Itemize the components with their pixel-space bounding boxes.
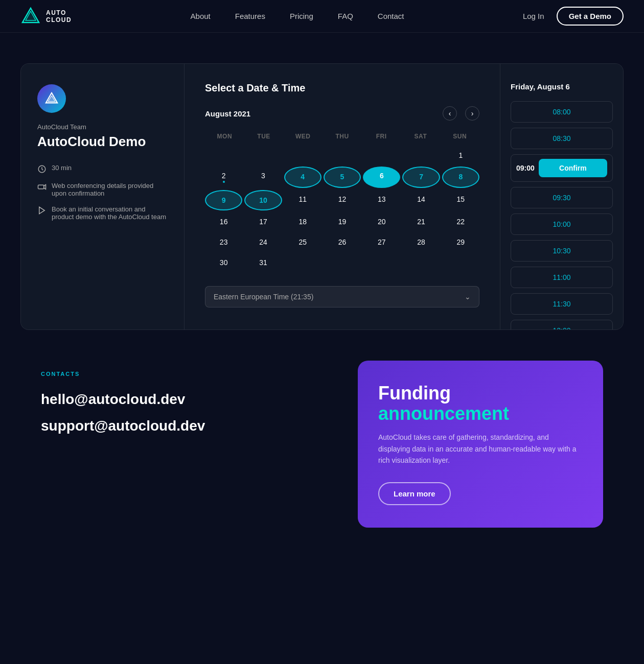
calendar-day[interactable]: 1	[442, 146, 479, 164]
nav-link-features[interactable]: Features	[235, 12, 265, 20]
time-slot[interactable]: 12:00	[511, 320, 613, 329]
calendar-day[interactable]: 17	[244, 212, 282, 231]
calendar-day[interactable]: 20	[363, 212, 400, 231]
calendar-day[interactable]: 31	[244, 253, 282, 272]
time-slot[interactable]: 10:00	[511, 214, 613, 235]
timezone-label: Eastern European Time (21:35)	[214, 293, 313, 301]
calendar-day[interactable]: 6	[363, 167, 400, 188]
calendar-day	[324, 146, 361, 164]
time-slot[interactable]: 08:30	[511, 128, 613, 149]
calendar-day[interactable]: 2	[205, 167, 242, 188]
nav-link-faq[interactable]: FAQ	[338, 12, 353, 20]
time-slot[interactable]: 11:30	[511, 293, 613, 315]
calendar-day[interactable]: 26	[324, 233, 361, 251]
day-header-sat: SAT	[401, 131, 441, 142]
meta-web-conf: Web conferencing details provided upon c…	[37, 182, 168, 197]
demo-title: AutoCloud Demo	[37, 134, 168, 150]
nav-actions: Log In Get a Demo	[523, 7, 624, 26]
logo[interactable]: AUTO CLOUD	[20, 6, 72, 27]
calendar-day[interactable]: 19	[324, 212, 361, 231]
calendar-day[interactable]: 16	[205, 212, 242, 231]
nav-link-contact[interactable]: Contact	[378, 12, 404, 20]
contacts-label: CONTACTS	[41, 371, 337, 377]
calendar-day[interactable]: 27	[363, 233, 400, 251]
calendar-day[interactable]: 12	[324, 190, 361, 210]
day-header-mon: MON	[205, 131, 244, 142]
calendar-day[interactable]: 4	[284, 167, 321, 188]
calendar-day	[244, 146, 282, 164]
time-slot-label: 09:00	[516, 164, 535, 172]
calendar-day[interactable]: 7	[402, 167, 440, 188]
login-link[interactable]: Log In	[523, 12, 544, 20]
confirm-button[interactable]: Confirm	[539, 159, 607, 177]
calendar-day[interactable]: 15	[442, 190, 479, 210]
time-panel-title: Friday, August 6	[511, 82, 613, 91]
calendar-day[interactable]: 28	[402, 233, 440, 251]
day-header-wed: WED	[283, 131, 323, 142]
calendar-day	[205, 146, 242, 164]
calendar-grid: MON TUE WED THU FRI SAT SUN 123456789101…	[205, 131, 479, 272]
meta-description: Book an initial conversation and product…	[37, 205, 168, 221]
funding-title-line2: announcement	[378, 403, 509, 424]
calendar-day[interactable]: 8	[442, 167, 479, 188]
next-month-button[interactable]: ›	[465, 106, 479, 121]
calendar-section-title: Select a Date & Time	[205, 82, 479, 94]
main-content: AutoCloud Team AutoCloud Demo 30 min Web…	[0, 33, 644, 568]
calendar-day[interactable]: 11	[284, 190, 321, 210]
play-icon	[37, 206, 47, 215]
calendar-day[interactable]: 24	[244, 233, 282, 251]
learn-more-button[interactable]: Learn more	[378, 482, 451, 505]
calendar-day[interactable]: 21	[402, 212, 440, 231]
get-demo-button[interactable]: Get a Demo	[557, 7, 624, 26]
calendar-day[interactable]: 22	[442, 212, 479, 231]
contact-email-1[interactable]: hello@autocloud.dev	[41, 391, 337, 408]
contact-email-2[interactable]: support@autocloud.dev	[41, 418, 337, 434]
svg-marker-1	[26, 11, 36, 20]
calendar-day[interactable]: 3	[244, 167, 282, 188]
booking-middle-panel: Select a Date & Time August 2021 ‹ › MON…	[185, 64, 500, 329]
team-avatar	[37, 84, 66, 113]
nav-link-pricing[interactable]: Pricing	[290, 12, 313, 20]
calendar-day[interactable]: 14	[402, 190, 440, 210]
day-header-tue: TUE	[244, 131, 284, 142]
time-slots-list: 08:0008:3009:00Confirm09:3010:0010:3011:…	[511, 101, 613, 329]
contacts-section: CONTACTS hello@autocloud.dev support@aut…	[41, 361, 337, 444]
timezone-selector[interactable]: Eastern European Time (21:35) ⌄	[205, 286, 479, 307]
funding-title-line1: Funding	[378, 383, 451, 404]
calendar-day[interactable]: 18	[284, 212, 321, 231]
time-slot[interactable]: 11:00	[511, 267, 613, 288]
calendar-day[interactable]: 13	[363, 190, 400, 210]
nav-link-about[interactable]: About	[191, 12, 211, 20]
calendar-day[interactable]: 30	[205, 253, 242, 272]
funding-card: Funding announcement AutoCloud takes car…	[358, 361, 603, 528]
calendar-day[interactable]: 29	[442, 233, 479, 251]
time-slot[interactable]: 09:00Confirm	[511, 154, 613, 182]
calendar-header: MON TUE WED THU FRI SAT SUN	[205, 131, 479, 142]
svg-rect-5	[38, 185, 44, 189]
nav-links: About Features Pricing FAQ Contact	[191, 12, 404, 20]
booking-right-panel: Friday, August 6 08:0008:3009:00Confirm0…	[500, 64, 623, 329]
navbar: AUTO CLOUD About Features Pricing FAQ Co…	[0, 0, 644, 33]
prev-month-button[interactable]: ‹	[443, 106, 457, 121]
calendar-body: 1234567891011121314151617181920212223242…	[205, 146, 479, 272]
calendar-day	[363, 146, 400, 164]
month-navigation: August 2021 ‹ ›	[205, 106, 479, 121]
time-slot[interactable]: 08:00	[511, 101, 613, 123]
calendar-day[interactable]: 5	[324, 167, 361, 188]
meta-duration: 30 min	[37, 164, 168, 174]
funding-title: Funding announcement	[378, 383, 583, 423]
calendar-day[interactable]: 10	[244, 190, 282, 210]
logo-text: AUTO CLOUD	[46, 9, 72, 23]
time-slot[interactable]: 10:30	[511, 240, 613, 262]
calendar-day[interactable]: 9	[205, 190, 242, 210]
svg-marker-7	[39, 207, 45, 214]
booking-left-panel: AutoCloud Team AutoCloud Demo 30 min Web…	[21, 64, 185, 329]
calendar-day	[402, 146, 440, 164]
logo-icon	[20, 6, 41, 27]
month-label: August 2021	[205, 109, 250, 118]
calendar-day[interactable]: 25	[284, 233, 321, 251]
time-slot[interactable]: 09:30	[511, 187, 613, 208]
calendar-day[interactable]: 23	[205, 233, 242, 251]
day-header-fri: FRI	[362, 131, 401, 142]
calendar-day	[284, 146, 321, 164]
